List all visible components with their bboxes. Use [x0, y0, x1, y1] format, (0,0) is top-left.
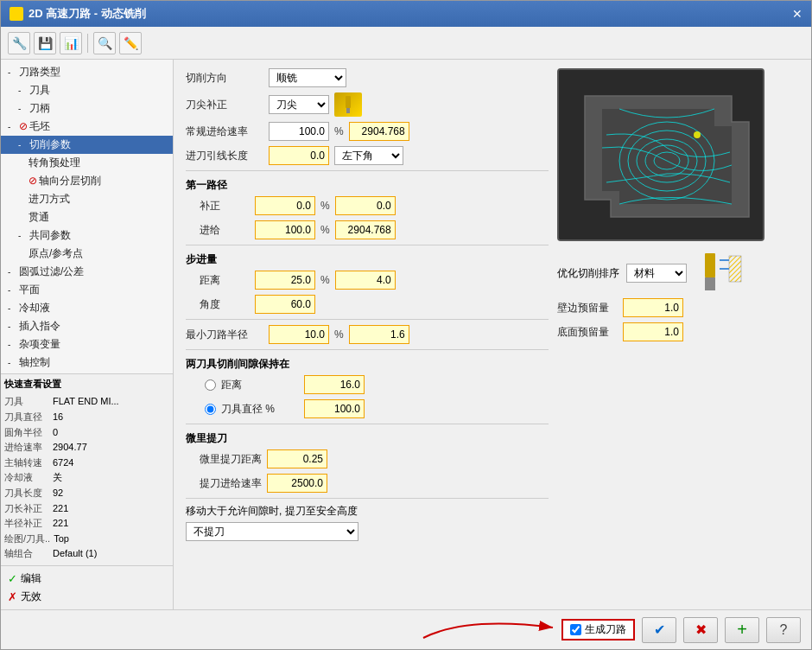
tool-icon	[334, 92, 362, 117]
tool-btn-edit[interactable]: ✏️	[119, 32, 142, 54]
comp-row: 补正 %	[186, 196, 549, 215]
dist-val-input[interactable]	[335, 271, 396, 290]
feed-rate-row: 常规进给速率 %	[186, 122, 549, 141]
micro-feed-input[interactable]	[267, 474, 327, 493]
cancel-button[interactable]: ✖	[683, 617, 718, 643]
qv-label: 主轴转速	[4, 456, 49, 471]
percent-sign-3: %	[320, 224, 330, 236]
tree-item-3[interactable]: -⊘毛坯	[1, 118, 173, 136]
feed-label: 进给	[186, 223, 250, 238]
comp-label: 补正	[186, 199, 250, 213]
opt-seq-select[interactable]: 材料 最短路径	[626, 264, 687, 283]
qv-row-4: 主轴转速6724	[4, 456, 169, 471]
edit-item[interactable]: ✓ 编辑	[8, 570, 166, 588]
feed-rate-val-input[interactable]	[349, 122, 409, 141]
add-button[interactable]: +	[725, 617, 759, 643]
angle-label: 角度	[186, 297, 250, 312]
tree-item-2[interactable]: -刀柄	[1, 99, 173, 118]
dist-pct-input[interactable]	[255, 271, 315, 290]
toolbar: 🔧 💾 📊 🔍 ✏️	[1, 27, 811, 60]
radio-pct[interactable]	[205, 404, 216, 415]
window-title: 2D 高速刀路 - 动态铣削	[29, 6, 146, 22]
tree-item-9[interactable]: -共同参数	[1, 226, 173, 245]
percent-sign-4: %	[320, 274, 330, 286]
tip-comp-row: 刀尖补正 刀尖 球心	[186, 92, 549, 117]
move-select[interactable]: 不提刀 提刀	[186, 522, 358, 541]
tip-comp-label: 刀尖补正	[186, 98, 263, 112]
radio-dist-row: 距离	[186, 375, 549, 394]
first-feed-val-input[interactable]	[335, 220, 396, 239]
svg-rect-10	[705, 277, 715, 290]
expand-icon: -	[18, 104, 27, 113]
qv-row-2: 圆角半径0	[4, 425, 169, 441]
radio-dist-label: 距离	[221, 378, 299, 392]
qv-label: 冷却液	[4, 470, 49, 486]
svg-rect-0	[346, 96, 351, 108]
tool-btn-save[interactable]: 💾	[34, 32, 56, 54]
min-radius-pct-input[interactable]	[269, 325, 329, 344]
floor-stock-input[interactable]	[623, 322, 683, 341]
dist-label: 距离	[186, 273, 250, 288]
tree-item-8[interactable]: 贯通	[1, 208, 173, 226]
percent-sign-5: %	[334, 328, 344, 341]
radio-dist-input[interactable]	[304, 375, 365, 394]
edit-label: 编辑	[21, 571, 41, 586]
tree-item-14[interactable]: -插入指令	[1, 317, 173, 335]
help-icon: ?	[780, 622, 788, 638]
tree-item-0[interactable]: -刀路类型	[1, 63, 173, 81]
help-button[interactable]: ?	[766, 617, 801, 643]
first-feed-row: 进给 %	[186, 220, 549, 239]
tool-btn-info[interactable]: 📊	[60, 32, 82, 54]
qv-value: Top	[54, 532, 69, 547]
tool-btn-search[interactable]: 🔍	[93, 32, 116, 54]
tip-comp-select[interactable]: 刀尖 球心	[269, 95, 329, 114]
feed-rate-label: 常规进给速率	[186, 124, 263, 139]
qv-label: 刀具长度	[4, 486, 49, 501]
angle-input[interactable]	[255, 295, 315, 314]
window-icon	[10, 7, 23, 21]
micro-dist-input[interactable]	[267, 449, 327, 468]
first-feed-pct-input[interactable]	[255, 220, 315, 239]
main-window: 2D 高速刀路 - 动态铣削 ✕ 🔧 💾 📊 🔍 ✏️ -刀路类型-刀具-刀柄-…	[0, 0, 812, 650]
radio-pct-label: 刀具直径 %	[221, 402, 299, 417]
divider-3	[186, 319, 549, 320]
first-pass-title: 第一路径	[186, 178, 549, 193]
qv-value: 0	[53, 425, 58, 441]
qv-label: 刀具直径	[4, 410, 49, 425]
tree-item-6[interactable]: ⊘轴向分层切削	[1, 172, 173, 190]
tool-btn-wrench[interactable]: 🔧	[8, 32, 30, 54]
tree-item-15[interactable]: -杂项变量	[1, 335, 173, 354]
tree-item-10[interactable]: 原点/参考点	[1, 245, 173, 263]
tree-item-12[interactable]: -平面	[1, 281, 173, 299]
feed-rate-pct-input[interactable]	[269, 122, 329, 141]
tree-item-11[interactable]: -圆弧过滤/公差	[1, 263, 173, 281]
expand-icon: -	[8, 122, 16, 131]
ok-button[interactable]: ✔	[642, 617, 676, 643]
tree-item-7[interactable]: 进刀方式	[1, 190, 173, 208]
warn-icon: ⊘	[29, 175, 37, 187]
divider-1	[186, 170, 549, 171]
angle-row: 角度	[186, 295, 549, 314]
qv-label: 刀长补正	[4, 501, 49, 517]
tree-item-16[interactable]: -轴控制	[1, 354, 173, 372]
tree-item-4[interactable]: -切削参数	[1, 136, 173, 154]
warn-icon: ⊘	[19, 120, 28, 132]
invalid-item[interactable]: ✗ 无效	[8, 588, 166, 606]
close-button[interactable]: ✕	[792, 7, 802, 21]
radio-dist[interactable]	[205, 379, 216, 391]
divider-5	[186, 424, 549, 424]
entry-line-input[interactable]	[269, 146, 329, 165]
expand-icon: -	[8, 303, 16, 313]
tree-item-5[interactable]: 转角预处理	[1, 154, 173, 172]
comp-val-input[interactable]	[335, 196, 396, 215]
dist-row: 距离 %	[186, 271, 549, 290]
radio-pct-input[interactable]	[304, 399, 365, 418]
tree-item-1[interactable]: -刀具	[1, 81, 173, 99]
tree-item-13[interactable]: -冷却液	[1, 299, 173, 317]
min-radius-val-input[interactable]	[349, 325, 409, 344]
comp-pct-input[interactable]	[255, 196, 315, 215]
wall-stock-input[interactable]	[623, 298, 683, 317]
entry-corner-select[interactable]: 左下角 左上角 右下角 右上角	[334, 146, 403, 165]
cut-direction-select[interactable]: 顺铣 逆铣	[269, 68, 346, 87]
opt-seq-label: 优化切削排序	[557, 266, 619, 281]
